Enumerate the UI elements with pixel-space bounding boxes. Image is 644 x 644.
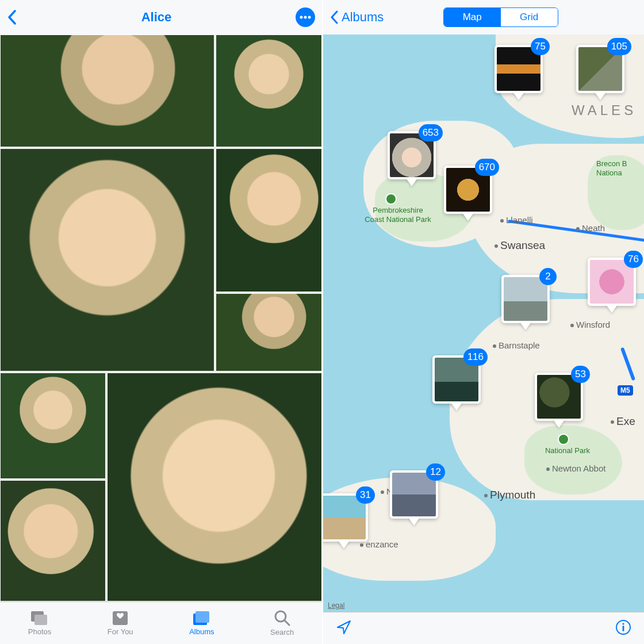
map-photo-pin[interactable]: 12: [390, 470, 438, 526]
left-navbar: Alice: [0, 0, 322, 34]
photo-thumbnail[interactable]: [0, 373, 106, 479]
svg-point-1: [304, 16, 307, 19]
tab-search[interactable]: Search: [270, 610, 294, 637]
svg-rect-7: [195, 611, 209, 623]
pin-count-badge: 76: [624, 251, 643, 268]
pin-stem: [553, 420, 565, 428]
map-photo-pin[interactable]: 53: [535, 373, 583, 428]
map-photo-pin[interactable]: 116: [432, 355, 481, 411]
tab-foryou[interactable]: For You: [108, 610, 133, 636]
photo-thumbnail[interactable]: [0, 480, 106, 601]
route-shield: M5: [618, 385, 633, 396]
photo-thumbnail[interactable]: [216, 148, 322, 292]
svg-point-11: [622, 623, 624, 624]
seg-grid[interactable]: Grid: [501, 8, 558, 26]
map-photo-pin[interactable]: 75: [494, 45, 543, 100]
right-navbar: Albums Map Grid: [323, 0, 644, 34]
pin-stem: [513, 92, 524, 100]
pin-count-badge: 2: [539, 268, 557, 285]
tab-label: Albums: [189, 627, 214, 636]
pin-count-badge: 12: [426, 463, 445, 481]
map-photo-pin[interactable]: 105: [576, 45, 624, 100]
svg-rect-12: [623, 626, 624, 631]
pin-stem: [338, 540, 350, 549]
city-label: Neath: [576, 223, 605, 233]
map-toolbar: [323, 612, 644, 644]
chevron-left-icon: [330, 10, 339, 24]
pin-stem: [595, 92, 606, 100]
more-button[interactable]: [296, 7, 315, 27]
svg-point-0: [300, 16, 303, 19]
info-icon: [615, 619, 631, 635]
locate-button[interactable]: [336, 619, 352, 638]
pin-stem: [520, 322, 531, 330]
pin-count-badge: 105: [607, 38, 631, 55]
foryou-icon: [112, 610, 129, 626]
back-label: Albums: [342, 10, 384, 25]
city-label: Llanelli: [500, 215, 533, 225]
svg-point-2: [308, 16, 311, 19]
tab-albums[interactable]: Albums: [189, 610, 214, 636]
pin-count-badge: 31: [356, 486, 375, 504]
photo-thumbnail[interactable]: [0, 148, 214, 371]
tab-bar: Photos For You Albums Search: [0, 601, 322, 644]
svg-line-9: [285, 620, 289, 625]
tab-label: Search: [270, 628, 294, 637]
legal-link[interactable]: Legal: [328, 601, 344, 610]
city-label: Swansea: [494, 239, 545, 252]
pin-count-badge: 75: [531, 38, 550, 55]
city-label: Winsford: [570, 320, 610, 329]
city-label: Plymouth: [484, 489, 535, 501]
search-icon: [274, 610, 291, 627]
park-label: Pembrokeshire Coast National Park: [363, 206, 432, 224]
photos-icon: [30, 610, 49, 626]
park-icon: [558, 434, 569, 445]
photo-thumbnail[interactable]: [216, 34, 322, 147]
left-pane: Alice Photos For You Albums Search: [0, 0, 322, 644]
map-photo-pin[interactable]: 76: [588, 258, 636, 313]
park-label: Brecon BNationa: [596, 159, 644, 177]
photo-grid[interactable]: [0, 34, 322, 601]
svg-rect-4: [34, 615, 47, 625]
right-pane: Albums Map Grid M5 Pembrokeshire Coast N…: [322, 0, 644, 644]
chevron-left-icon: [7, 10, 17, 25]
map-photo-pin[interactable]: 653: [388, 131, 436, 186]
park-label: National Park: [536, 446, 599, 455]
pin-count-badge: 653: [419, 124, 443, 141]
pin-stem: [451, 402, 462, 411]
pin-count-badge: 53: [571, 366, 590, 383]
ellipsis-icon: [300, 16, 311, 19]
map-view[interactable]: M5 Pembrokeshire Coast National Park Bre…: [323, 34, 644, 612]
tab-label: Photos: [28, 627, 51, 636]
seg-map[interactable]: Map: [444, 8, 501, 26]
photo-thumbnail[interactable]: [107, 373, 322, 601]
city-label: Exe: [611, 415, 635, 428]
pin-stem: [462, 213, 474, 221]
park-icon: [385, 193, 397, 205]
city-label: Barnstaple: [493, 340, 540, 350]
photo-thumbnail[interactable]: [216, 293, 322, 371]
back-button[interactable]: Albums: [330, 10, 384, 25]
city-label: Newton Abbot: [546, 463, 605, 473]
pin-count-badge: 670: [475, 159, 499, 176]
photo-thumbnail[interactable]: [0, 34, 214, 147]
info-button[interactable]: [615, 619, 631, 638]
pin-stem: [406, 178, 417, 186]
tab-photos[interactable]: Photos: [28, 610, 51, 636]
pin-stem: [606, 305, 618, 313]
pin-stem: [408, 518, 420, 526]
albums-icon: [192, 610, 212, 626]
location-arrow-icon: [336, 619, 352, 635]
page-title: Alice: [141, 10, 172, 25]
segmented-control: Map Grid: [443, 7, 558, 27]
map-photo-pin[interactable]: 31: [323, 493, 368, 549]
region-label: WALES: [572, 102, 637, 118]
pin-count-badge: 116: [463, 348, 488, 366]
back-button[interactable]: [7, 10, 17, 25]
tab-label: For You: [108, 627, 133, 636]
map-photo-pin[interactable]: 670: [444, 166, 492, 221]
map-photo-pin[interactable]: 2: [501, 275, 550, 330]
